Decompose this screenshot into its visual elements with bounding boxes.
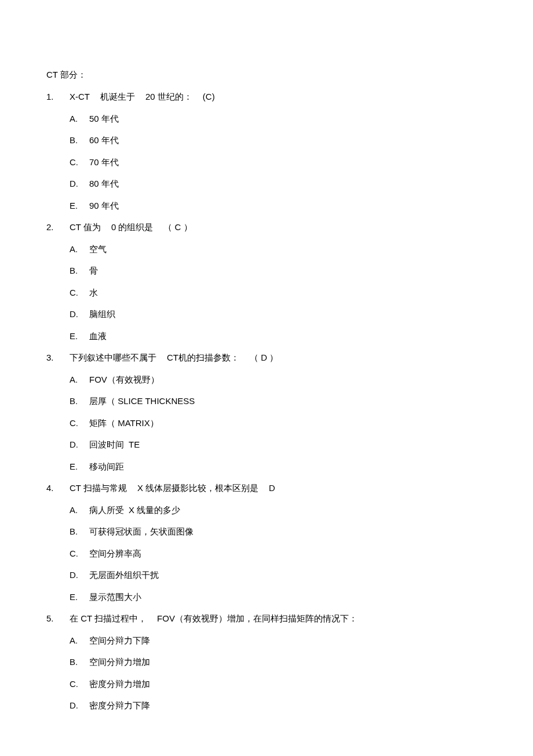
option-text: 回波时间TE [89, 439, 144, 450]
option: D.80 年代 [70, 178, 487, 190]
option-text-part: 空间分辨率高 [89, 548, 141, 558]
options-list: A.空气B.骨C.水D.脑组织E.血液 [70, 243, 487, 342]
option-letter: E. [70, 591, 89, 603]
options-list: A.50 年代B.60 年代C.70 年代D.80 年代E.90 年代 [70, 113, 487, 212]
option-text-part: 50 年代 [89, 114, 119, 123]
option: C.空间分辨率高 [70, 548, 487, 559]
option-text: 脑组织 [89, 308, 120, 320]
option-letter: D. [70, 569, 89, 581]
option-text: 80 年代 [89, 178, 123, 190]
questions-list: 1.X-CT机诞生于20 世纪的：(C)A.50 年代B.60 年代C.70 年… [46, 91, 487, 711]
question-line: 3.下列叙述中哪些不属于CT机的扫描参数：（ D ） [46, 352, 487, 364]
option-text-part: 空间分辩力下降 [89, 635, 150, 645]
question-text-part: (C) [203, 92, 215, 101]
question-text-part: CT 值为 [70, 222, 101, 232]
option-text: 病人所受X 线量的多少 [89, 504, 185, 516]
question: 4.CT 扫描与常规X 线体层摄影比较，根本区别是DA.病人所受X 线量的多少B… [46, 482, 487, 602]
question-text: 在 CT 扫描过程中，FOV（有效视野）增加，在同样扫描矩阵的情况下： [70, 613, 368, 624]
option-text-part: 水 [89, 288, 98, 297]
option-text: 可获得冠状面，矢状面图像 [89, 526, 198, 537]
question-text-part: （ C ） [163, 222, 192, 232]
option-text: 血液 [89, 330, 111, 342]
question-text-part: D [269, 483, 275, 493]
option-letter: B. [70, 526, 89, 537]
section-title: CT 部分： [46, 70, 487, 81]
option: A.FOV（有效视野） [70, 374, 487, 386]
option-letter: C. [70, 417, 89, 429]
options-list: A.病人所受X 线量的多少B.可获得冠状面，矢状面图像C.空间分辨率高D.无层面… [70, 504, 487, 603]
option: E.移动间距 [70, 461, 487, 472]
option-letter: B. [70, 135, 89, 146]
option-text-part: 空气 [89, 244, 107, 254]
question-number: 1. [46, 91, 70, 103]
option: A.空气 [70, 243, 487, 255]
option-letter: D. [70, 178, 89, 190]
option: C.矩阵（ MATRIX） [70, 417, 487, 429]
option-letter: A. [70, 635, 89, 646]
option: A.病人所受X 线量的多少 [70, 504, 487, 516]
option: C.密度分辩力增加 [70, 678, 487, 690]
option-text: 水 [89, 287, 103, 299]
option-text: 层厚（ SLICE THICKNESS [89, 395, 199, 407]
option-text: 空间分辩力增加 [89, 656, 155, 668]
option: D.无层面外组织干扰 [70, 569, 487, 581]
option: A.空间分辩力下降 [70, 635, 487, 646]
option: A.50 年代 [70, 113, 487, 125]
question-text-part: X-CT [70, 92, 90, 101]
option-letter: E. [70, 330, 89, 342]
question-text-part: FOV（有效视野）增加，在同样扫描矩阵的情况下： [157, 613, 357, 623]
question-text-part: 0 的组织是 [111, 222, 154, 232]
option-text-part: 空间分辩力增加 [89, 657, 150, 667]
question-line: 1.X-CT机诞生于20 世纪的：(C) [46, 91, 487, 103]
option-text-part: 60 年代 [89, 135, 119, 145]
question-text-part: 下列叙述中哪些不属于 [70, 352, 156, 362]
option: E.血液 [70, 330, 487, 342]
question: 2.CT 值为0 的组织是（ C ）A.空气B.骨C.水D.脑组织E.血液 [46, 221, 487, 341]
option-text: 90 年代 [89, 200, 123, 212]
option-text: 70 年代 [89, 157, 123, 168]
option-text-part: X 线量的多少 [129, 505, 180, 515]
option-letter: D. [70, 700, 89, 711]
option-text-part: 病人所受 [89, 505, 124, 515]
option-text-part: 矩阵（ MATRIX） [89, 418, 159, 428]
option-text-part: 回波时间 [89, 439, 124, 449]
option-letter: D. [70, 439, 89, 450]
option-letter: B. [70, 395, 89, 407]
option: C.70 年代 [70, 157, 487, 168]
option-text: 无层面外组织干扰 [89, 569, 163, 581]
option: B.可获得冠状面，矢状面图像 [70, 526, 487, 537]
option-text-part: 无层面外组织干扰 [89, 570, 159, 580]
option-letter: C. [70, 678, 89, 690]
question-line: 2.CT 值为0 的组织是（ C ） [46, 221, 487, 233]
options-list: A.空间分辩力下降B.空间分辩力增加C.密度分辩力增加D.密度分辩力下降 [70, 635, 487, 711]
option-text-part: 80 年代 [89, 179, 119, 188]
question-number: 4. [46, 482, 70, 494]
option-text-part: 血液 [89, 331, 107, 341]
option-text-part: 密度分辩力增加 [89, 679, 150, 689]
question-text-part: 机诞生于 [100, 92, 135, 101]
option-text-part: 显示范围大小 [89, 592, 141, 602]
option: B.空间分辩力增加 [70, 656, 487, 668]
option: D.回波时间TE [70, 439, 487, 450]
question-text: X-CT机诞生于20 世纪的：(C) [70, 91, 225, 103]
question-text: 下列叙述中哪些不属于CT机的扫描参数：（ D ） [70, 352, 289, 364]
option-text-part: FOV（有效视野） [89, 375, 159, 384]
option-letter: A. [70, 504, 89, 516]
question-line: 4.CT 扫描与常规X 线体层摄影比较，根本区别是D [46, 482, 487, 494]
option: D.密度分辩力下降 [70, 700, 487, 711]
question-text: CT 扫描与常规X 线体层摄影比较，根本区别是D [70, 482, 286, 494]
question-text-part: 在 CT 扫描过程中， [70, 613, 147, 623]
option: E.90 年代 [70, 200, 487, 212]
option-text-part: TE [129, 439, 140, 449]
question-number: 5. [46, 613, 70, 624]
option-letter: C. [70, 548, 89, 559]
document-page: CT 部分： 1.X-CT机诞生于20 世纪的：(C)A.50 年代B.60 年… [0, 0, 533, 751]
question: 3.下列叙述中哪些不属于CT机的扫描参数：（ D ）A.FOV（有效视野）B.层… [46, 352, 487, 472]
option-text: 密度分辩力下降 [89, 700, 155, 711]
option-letter: E. [70, 200, 89, 212]
option: E.显示范围大小 [70, 591, 487, 603]
question-number: 2. [46, 221, 70, 233]
option-letter: E. [70, 461, 89, 472]
option-letter: A. [70, 243, 89, 255]
question-text-part: CT机的扫描参数： [167, 352, 239, 362]
